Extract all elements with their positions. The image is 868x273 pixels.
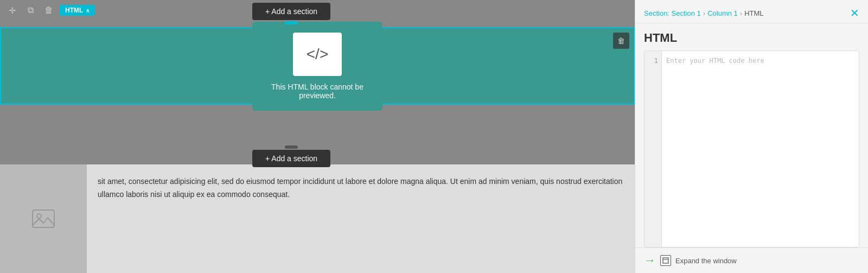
code-input-area[interactable]: Enter your HTML code here — [662, 51, 859, 247]
expand-window-label[interactable]: Expand the window — [675, 257, 737, 265]
add-section-bottom-button[interactable]: + Add a section — [252, 150, 330, 167]
chevron-up-icon: ∧ — [86, 8, 90, 14]
image-placeholder-icon — [30, 206, 56, 232]
html-block-section: 🗑 </> This HTML block cannot be previewe… — [0, 27, 635, 105]
code-editor-area: 1 Enter your HTML code here — [644, 50, 859, 247]
code-icon: </> — [307, 46, 328, 63]
add-section-bottom-container: + Add a section — [252, 150, 330, 167]
breadcrumb: Section: Section 1 › Column 1 › HTML — [644, 9, 764, 17]
expand-svg-icon — [662, 257, 669, 264]
add-section-top-label: + Add a section — [265, 7, 317, 16]
add-section-bottom-label: + Add a section — [265, 154, 317, 163]
section-trash-button[interactable]: 🗑 — [613, 33, 629, 49]
breadcrumb-section[interactable]: Section: Section 1 — [644, 9, 701, 17]
line-numbers: 1 — [644, 51, 662, 247]
right-panel-header: Section: Section 1 › Column 1 › HTML ✕ — [635, 0, 868, 23]
delete-icon[interactable]: 🗑 — [41, 3, 56, 18]
add-section-top-button[interactable]: + Add a section — [252, 3, 330, 20]
html-badge-button[interactable]: HTML ∧ — [60, 5, 95, 16]
add-section-top-container: + Add a section — [252, 3, 330, 20]
breadcrumb-sep-1: › — [703, 9, 705, 17]
bottom-content: sit amet, consectetur adipisicing elit, … — [0, 164, 635, 273]
svg-rect-2 — [663, 258, 668, 263]
panel-title: HTML — [635, 23, 868, 50]
code-icon-box: </> — [293, 33, 342, 76]
image-placeholder — [0, 164, 87, 273]
expand-arrow-icon: → — [644, 253, 656, 268]
html-block-card: </> This HTML block cannot be previewed. — [252, 22, 382, 111]
add-section-bottom-dot — [285, 145, 298, 149]
add-section-top-dot — [285, 21, 298, 24]
expand-box-icon — [660, 255, 671, 266]
breadcrumb-sep-2: › — [740, 9, 742, 17]
toolbar: ✛ ⧉ 🗑 HTML ∧ — [0, 0, 99, 21]
line-number-1: 1 — [654, 55, 658, 66]
html-label: HTML — [65, 7, 83, 14]
close-panel-button[interactable]: ✕ — [850, 8, 859, 18]
editor-area: ✛ ⧉ 🗑 HTML ∧ ↖ + Add a section 🗑 </> Thi… — [0, 0, 635, 273]
breadcrumb-current: HTML — [744, 9, 763, 17]
breadcrumb-column[interactable]: Column 1 — [707, 9, 738, 17]
bottom-text-content: sit amet, consectetur adipisicing elit, … — [98, 177, 622, 199]
move-icon[interactable]: ✛ — [4, 3, 20, 18]
right-panel: Section: Section 1 › Column 1 › HTML ✕ H… — [635, 0, 868, 273]
svg-point-1 — [37, 214, 41, 218]
svg-rect-0 — [33, 210, 54, 227]
html-block-message: This HTML block cannot be previewed. — [263, 82, 372, 100]
code-placeholder: Enter your HTML code here — [666, 57, 764, 65]
bottom-text: sit amet, consectetur adipisicing elit, … — [87, 164, 635, 273]
duplicate-icon[interactable]: ⧉ — [23, 3, 38, 18]
expand-window-row: → Expand the window — [635, 247, 868, 273]
